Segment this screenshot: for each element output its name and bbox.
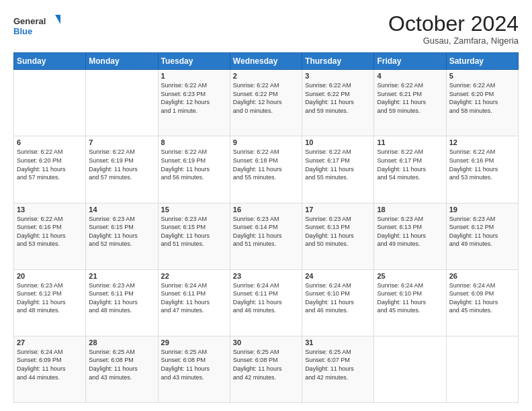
day-number: 24 — [305, 272, 371, 280]
day-info: Sunrise: 6:22 AM Sunset: 6:17 PM Dayligh… — [377, 148, 443, 181]
day-number: 8 — [161, 138, 227, 146]
cell-w3-d4: 16Sunrise: 6:23 AM Sunset: 6:14 PM Dayli… — [230, 203, 302, 269]
cell-w5-d6 — [374, 336, 446, 402]
day-info: Sunrise: 6:22 AM Sunset: 6:17 PM Dayligh… — [305, 148, 371, 181]
day-number: 29 — [161, 338, 227, 347]
day-info: Sunrise: 6:22 AM Sunset: 6:19 PM Dayligh… — [89, 148, 154, 181]
day-info: Sunrise: 6:22 AM Sunset: 6:16 PM Dayligh… — [449, 148, 515, 181]
cell-w5-d5: 31Sunrise: 6:25 AM Sunset: 6:07 PM Dayli… — [302, 336, 374, 402]
day-number: 25 — [377, 272, 443, 280]
cell-w4-d1: 20Sunrise: 6:23 AM Sunset: 6:12 PM Dayli… — [14, 269, 86, 336]
cell-w5-d7 — [446, 336, 518, 402]
day-number: 4 — [377, 72, 443, 80]
day-number: 21 — [89, 272, 154, 280]
cell-w4-d5: 24Sunrise: 6:24 AM Sunset: 6:10 PM Dayli… — [302, 269, 374, 336]
day-info: Sunrise: 6:23 AM Sunset: 6:13 PM Dayligh… — [305, 215, 371, 248]
week-row-5: 27Sunrise: 6:24 AM Sunset: 6:09 PM Dayli… — [14, 336, 519, 402]
day-info: Sunrise: 6:24 AM Sunset: 6:09 PM Dayligh… — [17, 348, 83, 381]
title-area: October 2024 Gusau, Zamfara, Nigeria — [388, 12, 519, 46]
day-info: Sunrise: 6:22 AM Sunset: 6:16 PM Dayligh… — [17, 215, 83, 248]
day-info: Sunrise: 6:24 AM Sunset: 6:10 PM Dayligh… — [377, 281, 443, 315]
col-friday: Friday — [374, 53, 446, 70]
day-info: Sunrise: 6:22 AM Sunset: 6:20 PM Dayligh… — [449, 81, 515, 115]
cell-w3-d1: 13Sunrise: 6:22 AM Sunset: 6:16 PM Dayli… — [14, 203, 86, 269]
page-title: October 2024 — [388, 12, 519, 36]
logo-svg: General Blue — [13, 12, 60, 39]
logo: General Blue — [13, 12, 60, 39]
day-number: 31 — [305, 338, 371, 347]
week-row-4: 20Sunrise: 6:23 AM Sunset: 6:12 PM Dayli… — [14, 269, 519, 336]
cell-w1-d5: 3Sunrise: 6:22 AM Sunset: 6:22 PM Daylig… — [302, 70, 374, 136]
day-number: 18 — [377, 205, 443, 214]
cell-w1-d3: 1Sunrise: 6:22 AM Sunset: 6:23 PM Daylig… — [158, 70, 230, 136]
svg-marker-2 — [55, 15, 60, 24]
col-tuesday: Tuesday — [158, 53, 230, 70]
cell-w2-d1: 6Sunrise: 6:22 AM Sunset: 6:20 PM Daylig… — [14, 136, 86, 203]
day-info: Sunrise: 6:22 AM Sunset: 6:20 PM Dayligh… — [17, 148, 83, 181]
cell-w1-d7: 5Sunrise: 6:22 AM Sunset: 6:20 PM Daylig… — [446, 70, 518, 136]
calendar-page: General Blue October 2024 Gusau, Zamfara… — [0, 0, 532, 411]
cell-w1-d4: 2Sunrise: 6:22 AM Sunset: 6:22 PM Daylig… — [230, 70, 302, 136]
cell-w4-d2: 21Sunrise: 6:23 AM Sunset: 6:11 PM Dayli… — [86, 269, 158, 336]
cell-w4-d3: 22Sunrise: 6:24 AM Sunset: 6:11 PM Dayli… — [158, 269, 230, 336]
col-thursday: Thursday — [302, 53, 374, 70]
cell-w4-d6: 25Sunrise: 6:24 AM Sunset: 6:10 PM Dayli… — [374, 269, 446, 336]
day-info: Sunrise: 6:22 AM Sunset: 6:23 PM Dayligh… — [161, 81, 227, 115]
day-info: Sunrise: 6:25 AM Sunset: 6:07 PM Dayligh… — [305, 348, 371, 381]
day-number: 15 — [161, 205, 227, 214]
cell-w4-d4: 23Sunrise: 6:24 AM Sunset: 6:11 PM Dayli… — [230, 269, 302, 336]
day-info: Sunrise: 6:23 AM Sunset: 6:14 PM Dayligh… — [233, 215, 299, 248]
day-number: 28 — [89, 338, 154, 347]
day-number: 23 — [233, 272, 299, 280]
day-number: 10 — [305, 138, 371, 146]
page-header: General Blue October 2024 Gusau, Zamfara… — [13, 12, 519, 46]
day-info: Sunrise: 6:25 AM Sunset: 6:08 PM Dayligh… — [89, 348, 154, 381]
day-number: 5 — [449, 72, 515, 80]
cell-w3-d5: 17Sunrise: 6:23 AM Sunset: 6:13 PM Dayli… — [302, 203, 374, 269]
day-number: 11 — [377, 138, 443, 146]
day-number: 19 — [449, 205, 515, 214]
cell-w5-d3: 29Sunrise: 6:25 AM Sunset: 6:08 PM Dayli… — [158, 336, 230, 402]
day-number: 22 — [161, 272, 227, 280]
week-row-2: 6Sunrise: 6:22 AM Sunset: 6:20 PM Daylig… — [14, 136, 519, 203]
svg-text:General: General — [13, 16, 46, 26]
col-saturday: Saturday — [446, 53, 518, 70]
day-info: Sunrise: 6:24 AM Sunset: 6:11 PM Dayligh… — [233, 281, 299, 315]
cell-w1-d6: 4Sunrise: 6:22 AM Sunset: 6:21 PM Daylig… — [374, 70, 446, 136]
col-monday: Monday — [86, 53, 158, 70]
cell-w5-d2: 28Sunrise: 6:25 AM Sunset: 6:08 PM Dayli… — [86, 336, 158, 402]
day-info: Sunrise: 6:24 AM Sunset: 6:11 PM Dayligh… — [161, 281, 227, 315]
col-wednesday: Wednesday — [230, 53, 302, 70]
cell-w2-d2: 7Sunrise: 6:22 AM Sunset: 6:19 PM Daylig… — [86, 136, 158, 203]
day-number: 26 — [449, 272, 515, 280]
day-number: 14 — [89, 205, 154, 214]
day-info: Sunrise: 6:22 AM Sunset: 6:18 PM Dayligh… — [233, 148, 299, 181]
day-info: Sunrise: 6:23 AM Sunset: 6:15 PM Dayligh… — [161, 215, 227, 248]
day-number: 30 — [233, 338, 299, 347]
cell-w1-d1 — [14, 70, 86, 136]
day-number: 9 — [233, 138, 299, 146]
day-info: Sunrise: 6:24 AM Sunset: 6:10 PM Dayligh… — [305, 281, 371, 315]
col-sunday: Sunday — [14, 53, 86, 70]
day-info: Sunrise: 6:22 AM Sunset: 6:21 PM Dayligh… — [377, 81, 443, 115]
day-info: Sunrise: 6:23 AM Sunset: 6:12 PM Dayligh… — [449, 215, 515, 248]
cell-w3-d3: 15Sunrise: 6:23 AM Sunset: 6:15 PM Dayli… — [158, 203, 230, 269]
day-number: 1 — [161, 72, 227, 80]
svg-text:Blue: Blue — [13, 26, 32, 36]
cell-w2-d6: 11Sunrise: 6:22 AM Sunset: 6:17 PM Dayli… — [374, 136, 446, 203]
cell-w2-d5: 10Sunrise: 6:22 AM Sunset: 6:17 PM Dayli… — [302, 136, 374, 203]
cell-w4-d7: 26Sunrise: 6:24 AM Sunset: 6:09 PM Dayli… — [446, 269, 518, 336]
page-subtitle: Gusau, Zamfara, Nigeria — [388, 36, 519, 46]
day-info: Sunrise: 6:22 AM Sunset: 6:22 PM Dayligh… — [305, 81, 371, 115]
week-row-1: 1Sunrise: 6:22 AM Sunset: 6:23 PM Daylig… — [14, 70, 519, 136]
day-number: 12 — [449, 138, 515, 146]
day-info: Sunrise: 6:25 AM Sunset: 6:08 PM Dayligh… — [161, 348, 227, 381]
day-number: 27 — [17, 338, 83, 347]
day-info: Sunrise: 6:22 AM Sunset: 6:19 PM Dayligh… — [161, 148, 227, 181]
day-number: 20 — [17, 272, 83, 280]
day-number: 13 — [17, 205, 83, 214]
cell-w5-d4: 30Sunrise: 6:25 AM Sunset: 6:08 PM Dayli… — [230, 336, 302, 402]
day-number: 7 — [89, 138, 154, 146]
day-number: 3 — [305, 72, 371, 80]
week-row-3: 13Sunrise: 6:22 AM Sunset: 6:16 PM Dayli… — [14, 203, 519, 269]
